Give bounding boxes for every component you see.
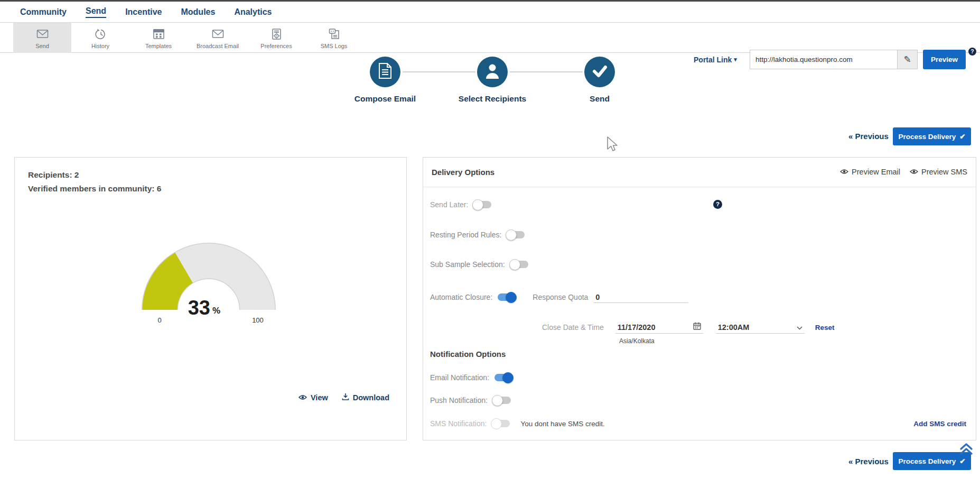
- preferences-icon: [269, 27, 284, 41]
- caret-down-icon: ▾: [734, 56, 737, 63]
- process-delivery-button-top[interactable]: Process Delivery ✔: [893, 127, 971, 145]
- broadcast-email-icon: [211, 27, 225, 41]
- close-date-input[interactable]: 11/17/2020: [615, 321, 703, 334]
- chevron-down-icon: [797, 323, 802, 332]
- help-icon[interactable]: ?: [713, 200, 722, 209]
- preview-sms-label: Preview SMS: [921, 168, 967, 176]
- toggle-knob: [502, 372, 514, 383]
- templates-icon: [152, 27, 166, 41]
- delivery-options-header: Delivery Options Preview Email Preview S…: [423, 158, 976, 187]
- step-send[interactable]: [584, 57, 615, 87]
- sms-credit-message: You dont have SMS credit.: [520, 420, 604, 428]
- scroll-to-top-icon[interactable]: [959, 442, 974, 458]
- toolbar-button-label: SMS Logs: [321, 43, 348, 49]
- portal-link-dropdown[interactable]: Portal Link ▾: [694, 50, 737, 69]
- nav-item-send[interactable]: Send: [86, 6, 106, 18]
- gauge-tick-max: 100: [252, 316, 264, 324]
- sub-sample-row: Sub Sample Selection:: [430, 258, 528, 271]
- download-link[interactable]: Download: [342, 393, 389, 402]
- process-delivery-label: Process Delivery: [898, 457, 956, 465]
- close-date-row: Close Date & Time 11/17/2020 12:00AM Res…: [542, 320, 835, 334]
- sms-logs-icon: [327, 27, 341, 41]
- close-date-label: Close Date & Time: [542, 323, 604, 332]
- preview-sms-link[interactable]: Preview SMS: [910, 168, 967, 176]
- pencil-icon: ✎: [903, 54, 911, 65]
- panel-title: Delivery Options: [432, 168, 494, 177]
- add-sms-credit-link[interactable]: Add SMS credit: [913, 417, 966, 430]
- gauge-value-text: 33: [188, 297, 210, 319]
- step-label-send: Send: [590, 94, 610, 104]
- main-nav: Community Send Incentive Modules Analyti…: [0, 2, 980, 22]
- automatic-closure-toggle[interactable]: [498, 293, 516, 301]
- nav-item-incentive[interactable]: Incentive: [125, 7, 162, 17]
- resting-period-label: Resting Period Rules:: [430, 231, 501, 239]
- toolbar-templates-button[interactable]: Templates: [129, 23, 188, 53]
- stepper-connector: [403, 71, 475, 72]
- toolbar-button-label: Templates: [145, 43, 172, 49]
- previous-button-bottom[interactable]: « Previous: [848, 457, 889, 466]
- sub-sample-label: Sub Sample Selection:: [430, 260, 505, 269]
- reset-link[interactable]: Reset: [815, 324, 835, 332]
- nav-item-analytics[interactable]: Analytics: [234, 7, 272, 17]
- toolbar-sms-logs-button[interactable]: SMS Logs: [305, 23, 363, 53]
- send-mail-icon: [35, 27, 50, 41]
- notification-options-heading: Notification Options: [430, 350, 506, 358]
- close-time-select[interactable]: 12:00AM: [716, 321, 805, 334]
- toolbar-broadcast-email-button[interactable]: Broadcast Email: [189, 23, 247, 53]
- preview-email-link[interactable]: Preview Email: [840, 168, 900, 176]
- previous-button-top[interactable]: « Previous: [848, 132, 889, 141]
- toolbar-button-label: Broadcast Email: [197, 43, 239, 49]
- send-later-row: Send Later:: [430, 198, 491, 212]
- check-icon: ✔: [959, 132, 965, 141]
- push-notification-toggle[interactable]: [493, 397, 511, 404]
- close-date-value: 11/17/2020: [618, 323, 656, 332]
- download-label: Download: [353, 393, 389, 402]
- step-select-recipients[interactable]: [477, 57, 508, 87]
- portal-url-input[interactable]: [750, 50, 897, 69]
- step-compose-email[interactable]: [370, 57, 400, 87]
- step-label-compose-email: Compose Email: [354, 94, 416, 104]
- delivery-options-panel: Delivery Options Preview Email Preview S…: [423, 157, 976, 440]
- edit-url-button[interactable]: ✎: [897, 50, 917, 69]
- help-icon[interactable]: ?: [968, 48, 976, 56]
- resting-period-row: Resting Period Rules:: [430, 228, 525, 242]
- push-notification-row: Push Notification:: [430, 393, 511, 407]
- gauge-unit-text: %: [212, 306, 220, 316]
- nav-item-community[interactable]: Community: [20, 7, 67, 17]
- toggle-knob: [509, 259, 520, 270]
- view-link[interactable]: View: [298, 393, 328, 402]
- toolbar-preferences-button[interactable]: Preferences: [247, 23, 305, 53]
- toggle-knob: [492, 395, 503, 406]
- sub-sample-toggle[interactable]: [510, 261, 528, 268]
- email-notification-label: Email Notification:: [430, 373, 489, 382]
- close-time-value: 12:00AM: [718, 323, 750, 332]
- resting-period-toggle[interactable]: [507, 231, 525, 238]
- toggle-knob: [506, 292, 517, 303]
- check-icon: [591, 62, 609, 82]
- preview-button[interactable]: Preview: [923, 50, 966, 69]
- send-later-label: Send Later:: [430, 200, 468, 209]
- nav-item-modules[interactable]: Modules: [181, 7, 215, 17]
- preview-links: Preview Email Preview SMS: [840, 168, 967, 176]
- toolbar-history-button[interactable]: History: [71, 23, 129, 53]
- toolbar-send-button[interactable]: Send: [13, 23, 71, 53]
- response-quota-input[interactable]: [593, 292, 688, 303]
- toolbar-button-label: Send: [35, 43, 49, 49]
- portal-link-label: Portal Link: [694, 56, 732, 64]
- email-notification-toggle[interactable]: [494, 374, 512, 381]
- toggle-knob: [472, 199, 483, 210]
- gauge-chart: 33 % 0 100: [124, 232, 293, 326]
- stepper-connector: [510, 71, 583, 72]
- gauge-tick-min: 0: [157, 316, 161, 324]
- push-notification-label: Push Notification:: [430, 396, 488, 405]
- send-later-toggle[interactable]: [473, 201, 491, 208]
- chart-actions: View Download: [298, 393, 389, 402]
- automatic-closure-label: Automatic Closure:: [430, 293, 492, 301]
- portal-url-fieldgroup: ✎: [750, 50, 918, 69]
- eye-icon: [298, 393, 307, 402]
- calendar-icon: [693, 322, 701, 332]
- sms-notification-row: SMS Notification: You dont have SMS cred…: [430, 417, 605, 430]
- toggle-knob: [491, 418, 502, 429]
- sms-notification-toggle[interactable]: [492, 420, 510, 427]
- person-icon: [483, 62, 501, 82]
